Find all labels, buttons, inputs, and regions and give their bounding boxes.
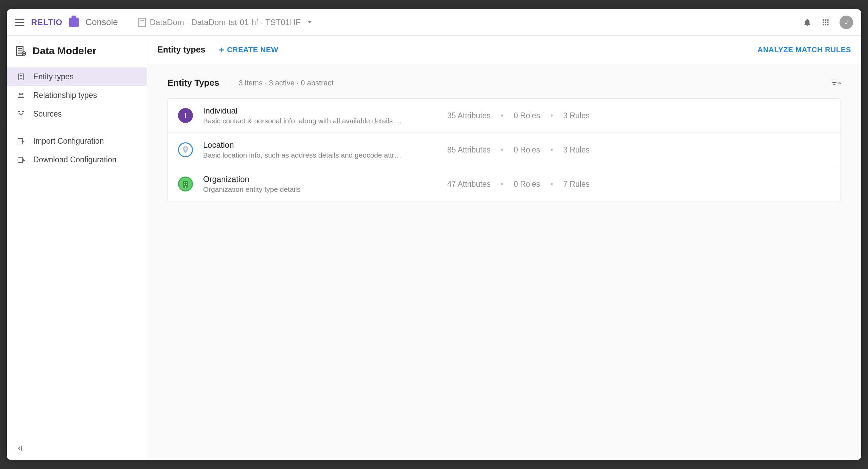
entity-roles: 0 Roles	[514, 180, 540, 189]
entity-type-list: IIndividualBasic contact & personal info…	[167, 98, 841, 201]
plus-icon: +	[219, 45, 224, 54]
avatar[interactable]: J	[840, 16, 853, 29]
entity-roles: 0 Roles	[514, 111, 540, 120]
create-new-button[interactable]: + CREATE NEW	[219, 45, 278, 54]
sidebar-item-import-configuration[interactable]: Import Configuration	[7, 132, 147, 150]
entity-attributes: 47 Attributes	[447, 180, 491, 189]
analyze-match-rules-button[interactable]: ANALYZE MATCH RULES	[757, 45, 851, 54]
svg-point-10	[21, 93, 23, 95]
data-modeler-icon	[15, 45, 26, 56]
entity-stats: 35 Attributes•0 Roles•3 Rules	[447, 111, 590, 120]
brand-logo[interactable]: RELTIO	[31, 18, 62, 27]
entity-attributes: 35 Attributes	[447, 111, 491, 120]
entity-row-organization[interactable]: OrganizationOrganization entity type det…	[168, 167, 841, 201]
people-icon	[16, 91, 26, 100]
dot-separator: •	[501, 111, 504, 120]
list-stats: 3 items · 3 active · 0 abstract	[239, 79, 334, 87]
svg-rect-12	[18, 157, 23, 163]
entity-roles: 0 Roles	[514, 145, 540, 155]
svg-rect-21	[184, 184, 185, 185]
entity-name: Individual	[203, 106, 447, 116]
entity-rules: 3 Rules	[563, 145, 590, 155]
entity-icon	[178, 142, 193, 157]
entity-icon	[16, 73, 26, 81]
page-title: Entity types	[157, 45, 205, 55]
apps-icon[interactable]	[821, 18, 830, 27]
topbar: RELTIO Console DataDom - DataDom-tst-01-…	[7, 9, 861, 36]
console-label: Console	[85, 17, 118, 27]
entity-rules: 3 Rules	[563, 111, 590, 120]
entity-name: Location	[203, 140, 447, 150]
sidebar-item-label: Relationship types	[33, 91, 97, 100]
sidebar-item-entity-types[interactable]: Entity types	[7, 67, 147, 86]
entity-rules: 7 Rules	[563, 180, 590, 189]
entity-icon	[178, 177, 193, 191]
sidebar-item-label: Entity types	[33, 72, 74, 81]
dot-separator: •	[550, 111, 553, 120]
sidebar-item-label: Import Configuration	[33, 137, 104, 146]
tenant-name: DataDom - DataDom-tst-01-hf - TST01HF	[150, 18, 301, 27]
divider	[229, 78, 229, 88]
svg-point-9	[19, 93, 21, 95]
dot-separator: •	[550, 180, 553, 189]
list-title: Entity Types	[167, 78, 219, 88]
entity-row-individual[interactable]: IIndividualBasic contact & personal info…	[168, 99, 841, 133]
entity-description: Basic contact & personal info, along wit…	[203, 117, 447, 125]
dot-separator: •	[501, 180, 504, 189]
page-header: Entity types + CREATE NEW ANALYZE MATCH …	[147, 36, 861, 64]
download-icon	[16, 156, 26, 164]
entity-icon: I	[178, 108, 193, 123]
sidebar-item-label: Sources	[33, 109, 62, 119]
entity-description: Organization entity type details	[203, 185, 447, 193]
dot-separator: •	[501, 145, 504, 155]
entity-row-location[interactable]: LocationBasic location info, such as add…	[168, 133, 841, 167]
sidebar-item-label: Download Configuration	[33, 155, 117, 164]
svg-rect-20	[186, 182, 187, 183]
sidebar-item-sources[interactable]: Sources	[7, 105, 147, 123]
entity-stats: 47 Attributes•0 Roles•7 Rules	[447, 180, 590, 189]
notifications-icon[interactable]	[803, 18, 812, 27]
toolbox-icon	[69, 18, 79, 27]
svg-rect-23	[185, 186, 186, 187]
entity-name: Organization	[203, 175, 447, 184]
collapse-sidebar-icon[interactable]	[16, 445, 23, 454]
svg-rect-22	[186, 184, 187, 185]
menu-icon[interactable]	[15, 19, 24, 26]
tenant-selector[interactable]: DataDom - DataDom-tst-01-hf - TST01HF	[138, 18, 312, 27]
sidebar-item-download-configuration[interactable]: Download Configuration	[7, 150, 147, 169]
document-icon	[138, 18, 146, 27]
svg-rect-19	[184, 182, 185, 183]
import-icon	[16, 137, 26, 145]
sidebar-item-relationship-types[interactable]: Relationship types	[7, 86, 147, 105]
svg-text:AZ: AZ	[838, 81, 841, 84]
create-label: CREATE NEW	[227, 45, 278, 54]
entity-stats: 85 Attributes•0 Roles•3 Rules	[447, 145, 590, 155]
sidebar-title: Data Modeler	[33, 45, 96, 57]
dot-separator: •	[550, 145, 553, 155]
chevron-down-icon	[308, 21, 312, 23]
filter-sort-icon[interactable]: AZ	[831, 78, 841, 88]
entity-attributes: 85 Attributes	[447, 145, 491, 155]
sidebar: Data Modeler Entity typesRelationship ty…	[7, 36, 147, 460]
merge-icon	[16, 110, 26, 118]
entity-description: Basic location info, such as address det…	[203, 151, 447, 159]
